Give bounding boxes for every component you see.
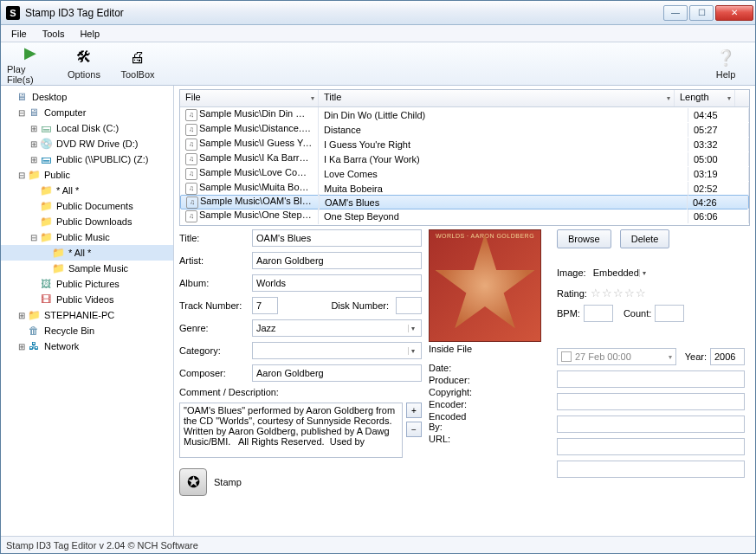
album-field[interactable] <box>252 274 422 292</box>
tree-label: Recycle Bin <box>44 325 94 336</box>
music-file-icon: ♫ <box>185 153 197 165</box>
label-producer: Producer: <box>429 375 481 385</box>
options-icon: 🛠 <box>74 48 94 68</box>
tree-item[interactable]: 🖼Public Pictures <box>1 276 173 292</box>
file-row[interactable]: ♫Sample Music\Din Din Wo (...Din Din Wo … <box>180 107 749 122</box>
folder-icon: 📁 <box>39 184 53 197</box>
tree-item[interactable]: 🖥Desktop <box>1 89 173 105</box>
url-field[interactable] <box>557 461 745 478</box>
category-combo[interactable]: ▾ <box>252 342 422 359</box>
folder-icon: 📁 <box>51 261 65 275</box>
tree-label: Local Disk (C:) <box>56 123 119 133</box>
bpm-field[interactable] <box>584 305 613 322</box>
menu-tools[interactable]: Tools <box>36 27 72 41</box>
help-icon: ❔ <box>716 48 735 68</box>
tree-item[interactable]: ⊟🖥Computer <box>1 105 173 120</box>
file-row[interactable]: ♫Sample Music\Love Come...Love Comes03:1… <box>180 166 749 181</box>
track-field[interactable] <box>252 297 278 314</box>
image-mode-combo[interactable]: Embedded▾ <box>590 264 650 281</box>
tree-twist[interactable]: ⊟ <box>29 233 39 242</box>
label-url: URL: <box>429 434 481 444</box>
menu-help[interactable]: Help <box>73 27 107 41</box>
title-field[interactable] <box>252 229 422 247</box>
tree-label: Sample Music <box>68 263 128 274</box>
composer-field[interactable] <box>252 364 422 382</box>
tree-item[interactable]: 🎞Public Videos <box>1 292 173 307</box>
tree-label: STEPHANIE-PC <box>44 310 114 320</box>
tree-twist[interactable]: ⊞ <box>29 124 39 133</box>
file-list-header[interactable]: File▾ Title▾ Length▾ <box>180 90 749 107</box>
tree-label: DVD RW Drive (D:) <box>56 138 139 149</box>
chevron-down-icon: ▾ <box>669 353 672 361</box>
music-file-icon: ♫ <box>185 124 197 136</box>
tag-form: Title: Artist: Album: Track Number: Disk… <box>179 229 422 532</box>
comment-textarea[interactable] <box>179 403 403 458</box>
comment-remove-button[interactable]: − <box>406 422 422 437</box>
tree-item[interactable]: ⊞📁STEPHANIE-PC <box>1 307 173 323</box>
col-title[interactable]: Title▾ <box>319 90 675 106</box>
date-checkbox[interactable] <box>561 351 572 362</box>
stamp-button[interactable]: Stamp <box>214 473 242 492</box>
tree-item[interactable]: ⊞💿DVD RW Drive (D:) <box>1 136 173 151</box>
tree-label: Public Pictures <box>56 279 120 289</box>
label-composer: Composer: <box>179 368 249 378</box>
col-length[interactable]: Length▾ <box>675 90 735 106</box>
tree-item[interactable]: ⊞🖴Local Disk (C:) <box>1 120 173 136</box>
disk-field[interactable] <box>396 297 422 314</box>
comment-add-button[interactable]: + <box>406 403 422 418</box>
tree-item[interactable]: 📁Public Downloads <box>1 214 173 229</box>
year-field[interactable] <box>710 348 745 365</box>
genre-combo[interactable]: Jazz▾ <box>252 319 422 337</box>
tree-item[interactable]: 🗑Recycle Bin <box>1 323 173 338</box>
copyright-field[interactable] <box>557 393 745 410</box>
tree-label: Public <box>44 170 70 180</box>
date-picker[interactable]: 27 Feb 00:00▾ <box>557 348 676 365</box>
encoder-field[interactable] <box>557 416 745 433</box>
rating-stars[interactable]: ☆☆☆☆☆ <box>591 287 647 300</box>
label-bpm: BPM: <box>557 308 580 319</box>
tree-twist[interactable]: ⊟ <box>16 108 27 118</box>
folder-icon: 📁 <box>39 230 53 244</box>
tree-twist[interactable]: ⊞ <box>29 155 39 164</box>
producer-field[interactable] <box>557 370 745 388</box>
tree-item[interactable]: ⊞🖴Public (\\PUBLIC) (Z:) <box>1 151 173 167</box>
tree-item[interactable]: 📁Public Documents <box>1 198 173 214</box>
tree-item[interactable]: ⊞🖧Network <box>1 338 173 354</box>
tree-item[interactable]: ⊟📁Public <box>1 167 173 183</box>
tree-twist[interactable]: ⊟ <box>16 171 27 180</box>
label-comment: Comment / Description: <box>179 387 422 397</box>
delete-button[interactable]: Delete <box>620 229 670 248</box>
count-field[interactable] <box>655 305 684 322</box>
tree-twist[interactable]: ⊞ <box>29 139 39 149</box>
tree-item[interactable]: ⊟📁Public Music <box>1 229 173 245</box>
tree-twist[interactable]: ⊞ <box>16 311 27 320</box>
label-album: Album: <box>179 278 249 288</box>
file-row[interactable]: ♫Sample Music\Distance.wmaDistance05:27 <box>180 122 749 137</box>
titlebar: S Stamp ID3 Tag Editor — ☐ ✕ <box>1 1 755 25</box>
help-button[interactable]: ❔ Help <box>701 44 750 84</box>
file-list[interactable]: File▾ Title▾ Length▾ ♫Sample Music\Din D… <box>179 89 750 226</box>
minimize-button[interactable]: — <box>663 5 688 21</box>
toolbox-button[interactable]: 🖨 ToolBox <box>113 44 162 84</box>
browse-button[interactable]: Browse <box>557 229 611 248</box>
artist-field[interactable] <box>252 252 422 269</box>
tree-item[interactable]: 📁* All * <box>1 245 173 261</box>
close-button[interactable]: ✕ <box>715 5 753 21</box>
music-file-icon: ♫ <box>185 109 197 121</box>
tree-item[interactable]: 📁* All * <box>1 183 173 198</box>
play-files-button[interactable]: ▶ Play File(s) <box>6 44 55 84</box>
file-row[interactable]: ♫Sample Music\I Guess Yo...I Guess You'r… <box>180 137 749 151</box>
tree-twist[interactable]: ⊞ <box>16 342 27 351</box>
file-row[interactable]: ♫Sample Music\One Step B...One Step Beyo… <box>180 209 749 223</box>
encodedby-field[interactable] <box>557 438 745 455</box>
file-row[interactable]: ♫Sample Music\I Ka Barra (...I Ka Barra … <box>180 151 749 166</box>
window-title: Stamp ID3 Tag Editor <box>25 7 663 19</box>
tree-item[interactable]: 📁Sample Music <box>1 261 173 276</box>
label-category: Category: <box>179 345 249 356</box>
folder-tree[interactable]: 🖥Desktop⊟🖥Computer⊞🖴Local Disk (C:)⊞💿DVD… <box>1 86 174 536</box>
menu-file[interactable]: File <box>4 27 34 41</box>
maximize-button[interactable]: ☐ <box>689 5 714 21</box>
options-button[interactable]: 🛠 Options <box>60 44 108 84</box>
album-art[interactable]: WORLDS · AARON GOLDBERG <box>429 229 541 342</box>
col-file[interactable]: File▾ <box>180 90 319 106</box>
